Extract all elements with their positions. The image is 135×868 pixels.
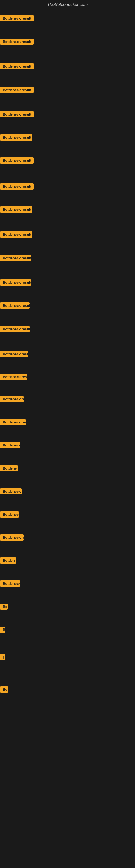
- bottleneck-badge-24[interactable]: Bottlen: [0, 557, 16, 564]
- bottleneck-badge-16[interactable]: Bottleneck result: [0, 374, 27, 380]
- bottleneck-result-item: Bottleneck re: [0, 534, 24, 542]
- bottleneck-badge-2[interactable]: Bottleneck result: [0, 38, 34, 45]
- bottleneck-result-item: Bottleneck result: [0, 255, 31, 262]
- bottleneck-result-item: Bottlen: [0, 557, 16, 565]
- site-title: TheBottlenecker.com: [0, 0, 135, 9]
- bottleneck-result-item: Bottleneck result: [0, 279, 31, 287]
- bottleneck-badge-23[interactable]: Bottleneck re: [0, 534, 24, 540]
- bottleneck-badge-6[interactable]: Bottleneck result: [0, 134, 32, 141]
- bottleneck-badge-29[interactable]: Bot: [0, 686, 8, 692]
- bottleneck-result-item: Bo: [0, 603, 8, 611]
- bottleneck-badge-1[interactable]: Bottleneck result: [0, 15, 34, 22]
- bottleneck-result-item: Bottleneck result: [0, 351, 28, 358]
- bottleneck-badge-5[interactable]: Bottleneck result: [0, 111, 34, 118]
- bottleneck-result-item: Bot: [0, 686, 8, 693]
- bottleneck-badge-12[interactable]: Bottleneck result: [0, 279, 31, 286]
- bottleneck-badge-26[interactable]: Bo: [0, 603, 8, 610]
- bottleneck-result-item: Bottleneck result: [0, 231, 32, 239]
- bottleneck-badge-20[interactable]: Bottlene: [0, 465, 17, 471]
- bottleneck-badge-13[interactable]: Bottleneck result: [0, 303, 30, 309]
- bottleneck-badge-3[interactable]: Bottleneck result: [0, 63, 34, 69]
- bottleneck-result-item: B: [0, 627, 5, 634]
- bottleneck-result-item: Bottleneck result: [0, 326, 30, 333]
- bottleneck-badge-22[interactable]: Bottlenec: [0, 511, 19, 518]
- bottleneck-result-item: Bottleneck result: [0, 183, 34, 191]
- bottleneck-badge-8[interactable]: Bottleneck result: [0, 183, 34, 190]
- bottleneck-badge-25[interactable]: Bottleneck: [0, 581, 20, 587]
- bottleneck-result-item: Bottleneck r: [0, 488, 21, 496]
- bottleneck-result-item: Bottleneck result: [0, 63, 34, 70]
- bottleneck-result-item: Bottleneck result: [0, 207, 32, 214]
- bottleneck-badge-10[interactable]: Bottleneck result: [0, 231, 32, 238]
- bottleneck-result-item: Bottleneck resul: [0, 419, 26, 426]
- bottleneck-result-item: Bottleneck: [0, 581, 20, 588]
- bottleneck-result-item: Bottleneck result: [0, 157, 34, 165]
- bottleneck-badge-18[interactable]: Bottleneck resul: [0, 419, 26, 425]
- bottleneck-badge-4[interactable]: Bottleneck result: [0, 87, 34, 93]
- bottleneck-result-item: Bottleneck re: [0, 396, 24, 403]
- bottleneck-badge-7[interactable]: Bottleneck result: [0, 157, 34, 163]
- bottleneck-result-item: Bottlene: [0, 465, 17, 472]
- bottleneck-result-item: Bottleneck result: [0, 303, 30, 310]
- bottleneck-result-item: Bottleneck result: [0, 374, 27, 381]
- bottleneck-badge-28[interactable]: |: [0, 654, 5, 660]
- bottleneck-result-item: Bottleneck result: [0, 134, 32, 142]
- bottleneck-badge-15[interactable]: Bottleneck result: [0, 351, 28, 357]
- bottleneck-badge-27[interactable]: B: [0, 627, 5, 633]
- bottleneck-badge-14[interactable]: Bottleneck result: [0, 326, 30, 332]
- bottleneck-result-item: Bottleneck result: [0, 87, 34, 94]
- bottleneck-result-item: Bottleneck result: [0, 111, 34, 119]
- bottleneck-badge-21[interactable]: Bottleneck r: [0, 488, 21, 495]
- bottleneck-badge-17[interactable]: Bottleneck re: [0, 396, 24, 402]
- bottleneck-result-item: Bottleneck result: [0, 15, 34, 23]
- bottleneck-badge-19[interactable]: Bottleneck: [0, 442, 20, 448]
- bottleneck-result-item: |: [0, 654, 5, 661]
- bottleneck-badge-11[interactable]: Bottleneck result: [0, 255, 31, 261]
- bottleneck-result-item: Bottleneck: [0, 442, 20, 450]
- bottleneck-result-item: Bottlenec: [0, 511, 19, 519]
- bottleneck-result-item: Bottleneck result: [0, 38, 34, 46]
- bottleneck-badge-9[interactable]: Bottleneck result: [0, 207, 32, 213]
